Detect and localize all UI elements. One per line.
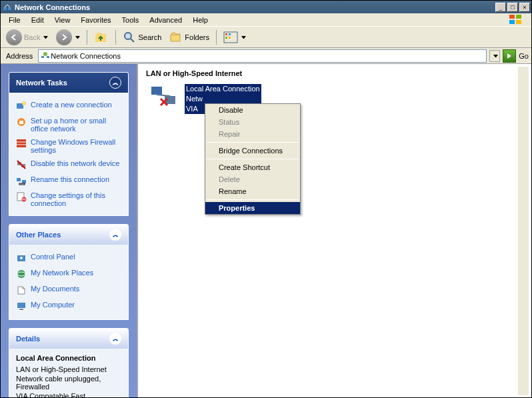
ctx-repair: Repair bbox=[205, 128, 300, 140]
svg-rect-28 bbox=[19, 183, 25, 185]
firewall-icon bbox=[16, 138, 27, 149]
ctx-properties[interactable]: Properties bbox=[205, 202, 300, 214]
panel-title: Other Places bbox=[16, 231, 61, 239]
forward-button[interactable] bbox=[53, 28, 83, 47]
svg-point-34 bbox=[17, 270, 25, 278]
place-control-panel[interactable]: Control Panel bbox=[16, 250, 121, 266]
folder-up-icon bbox=[94, 30, 109, 45]
ctx-delete: Delete bbox=[205, 173, 300, 185]
ctx-bridge[interactable]: Bridge Connections bbox=[205, 145, 300, 157]
menu-view[interactable]: View bbox=[49, 15, 76, 25]
menu-favorites[interactable]: Favorites bbox=[75, 15, 116, 25]
task-setup-network[interactable]: Set up a home or small office network bbox=[16, 114, 121, 135]
maximize-button[interactable]: □ bbox=[507, 3, 518, 12]
menu-advanced[interactable]: Advanced bbox=[144, 15, 187, 25]
folders-button[interactable]: Folders bbox=[167, 29, 212, 45]
other-places-panel: Other Places ︽ Control Panel My Network … bbox=[9, 224, 129, 320]
svg-rect-38 bbox=[151, 87, 162, 95]
menu-edit[interactable]: Edit bbox=[26, 15, 49, 25]
ctx-shortcut[interactable]: Create Shortcut bbox=[205, 161, 300, 173]
network-tasks-header[interactable]: Network Tasks ︽ bbox=[9, 73, 128, 93]
task-rename[interactable]: Rename this connection bbox=[16, 173, 121, 189]
task-label: Disable this network device bbox=[31, 159, 119, 167]
svg-rect-5 bbox=[516, 20, 521, 24]
task-label: Change settings of this connection bbox=[31, 191, 121, 207]
ctx-rename[interactable]: Rename bbox=[205, 185, 300, 197]
up-button[interactable] bbox=[91, 29, 111, 46]
close-button[interactable]: × bbox=[519, 3, 530, 12]
new-connection-icon bbox=[16, 101, 27, 111]
task-create-connection[interactable]: Create a new connection bbox=[16, 98, 121, 114]
back-button[interactable]: Back bbox=[3, 28, 51, 47]
views-button[interactable] bbox=[221, 30, 249, 45]
task-label: Create a new connection bbox=[31, 101, 112, 109]
address-dropdown[interactable] bbox=[489, 50, 500, 62]
task-label: Set up a home or small office network bbox=[31, 117, 121, 133]
collapse-icon: ︽ bbox=[109, 333, 121, 345]
network-folder-icon bbox=[40, 51, 51, 61]
address-input[interactable]: Network Connections bbox=[38, 49, 487, 63]
menu-tools[interactable]: Tools bbox=[117, 15, 145, 25]
collapse-icon: ︽ bbox=[109, 77, 121, 89]
title-bar: Network Connections _ □ × bbox=[1, 1, 531, 13]
menu-file[interactable]: File bbox=[3, 15, 26, 25]
search-label: Search bbox=[138, 33, 161, 41]
ctx-disable[interactable]: Disable bbox=[205, 104, 300, 116]
sidebar: Network Tasks ︽ Create a new connection … bbox=[1, 64, 137, 398]
chevron-down-icon bbox=[43, 36, 48, 39]
svg-point-17 bbox=[22, 101, 26, 105]
go-label: Go bbox=[519, 52, 529, 60]
minimize-button[interactable]: _ bbox=[495, 3, 506, 12]
svg-point-15 bbox=[43, 52, 47, 56]
place-my-documents[interactable]: My Documents bbox=[16, 282, 121, 298]
ctx-separator bbox=[207, 199, 299, 200]
details-body: Local Area Connection LAN or High-Speed … bbox=[9, 349, 128, 398]
detail-status: Network cable unplugged, Firewalled bbox=[16, 374, 121, 391]
svg-rect-4 bbox=[509, 20, 515, 24]
other-places-header[interactable]: Other Places ︽ bbox=[9, 225, 128, 245]
collapse-icon: ︽ bbox=[109, 229, 121, 241]
svg-rect-37 bbox=[19, 309, 23, 310]
place-label: My Documents bbox=[31, 285, 79, 293]
content-area: LAN or High-Speed Internet Local Area Co… bbox=[137, 64, 531, 398]
details-panel: Details ︽ Local Area Connection LAN or H… bbox=[9, 328, 129, 398]
place-network-places[interactable]: My Network Places bbox=[16, 266, 121, 282]
disable-device-icon bbox=[16, 159, 27, 170]
network-places-icon bbox=[16, 269, 27, 279]
place-label: Control Panel bbox=[31, 253, 75, 261]
connection-line2: Netw bbox=[185, 94, 261, 104]
svg-rect-10 bbox=[225, 37, 227, 39]
search-icon bbox=[123, 31, 136, 44]
toolbar-separator bbox=[115, 30, 116, 45]
task-disable-device[interactable]: Disable this network device bbox=[16, 157, 121, 173]
ctx-status: Status bbox=[205, 116, 300, 128]
svg-rect-3 bbox=[516, 15, 521, 19]
svg-rect-0 bbox=[3, 7, 7, 10]
details-header[interactable]: Details ︽ bbox=[9, 329, 128, 349]
svg-rect-14 bbox=[47, 56, 49, 58]
back-icon bbox=[6, 29, 22, 45]
svg-rect-19 bbox=[19, 121, 23, 124]
toolbar-separator bbox=[87, 30, 87, 45]
menu-help[interactable]: Help bbox=[187, 15, 213, 25]
task-change-settings[interactable]: Change settings of this connection bbox=[16, 189, 121, 210]
address-bar: Address Network Connections Go bbox=[1, 48, 531, 64]
go-button[interactable] bbox=[503, 49, 516, 63]
network-tasks-body: Create a new connection Set up a home or… bbox=[9, 93, 128, 215]
svg-rect-26 bbox=[17, 178, 21, 181]
other-places-body: Control Panel My Network Places My Docum… bbox=[9, 245, 128, 319]
documents-icon bbox=[16, 285, 27, 295]
place-my-computer[interactable]: My Computer bbox=[16, 298, 121, 314]
svg-point-33 bbox=[20, 257, 23, 259]
chevron-down-icon bbox=[493, 55, 498, 57]
search-button[interactable]: Search bbox=[120, 29, 164, 45]
svg-line-7 bbox=[131, 39, 134, 42]
svg-point-6 bbox=[125, 33, 131, 39]
folders-label: Folders bbox=[185, 33, 209, 41]
chevron-down-icon bbox=[241, 36, 246, 39]
panel-title: Network Tasks bbox=[16, 79, 67, 87]
connection-name: Local Area Connection bbox=[185, 84, 261, 94]
toolbar: Back Search Folders bbox=[1, 27, 531, 48]
task-firewall[interactable]: Change Windows Firewall settings bbox=[16, 135, 121, 157]
detail-device: VIA Compatable Fast bbox=[16, 391, 121, 398]
